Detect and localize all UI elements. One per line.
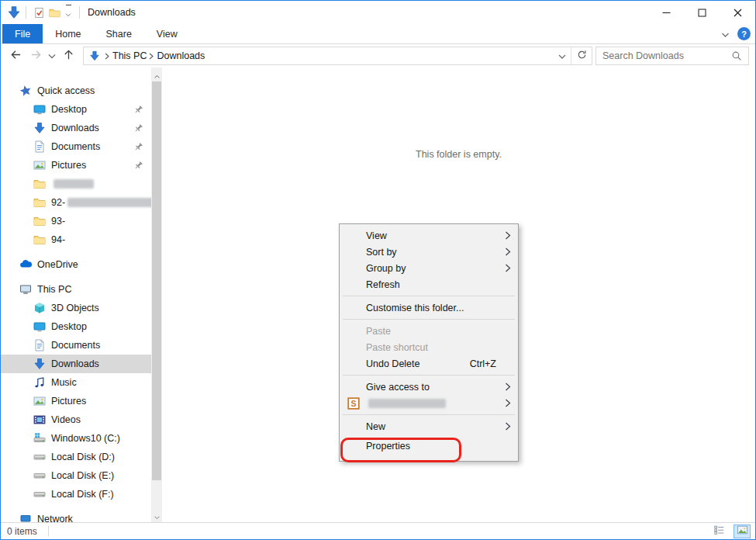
sidebar-item-3d-objects[interactable]: 3D Objects (1, 299, 151, 317)
breadcrumb-segment-downloads[interactable]: Downloads (154, 50, 207, 61)
chevron-down-icon (48, 49, 56, 63)
scrollbar-thumb[interactable] (152, 81, 161, 480)
submenu-arrow-icon (505, 264, 511, 272)
new-folder-quick-access-icon[interactable] (47, 5, 62, 20)
sidebar-item-93[interactable]: 93- (1, 212, 151, 230)
context-menu-item-undo-delete[interactable]: Undo DeleteCtrl+Z (341, 355, 516, 372)
menu-item-label: Refresh (366, 279, 400, 290)
ribbon-tab-bar: FileHomeShareView ? (1, 24, 755, 44)
menu-item-label: Paste shortcut (366, 342, 428, 353)
back-button[interactable] (5, 47, 26, 65)
properties-quick-access-icon[interactable] (31, 5, 47, 20)
sidebar-item-quick-access[interactable]: Quick access (1, 81, 151, 100)
menu-item-label: New (366, 421, 385, 432)
forward-button[interactable] (26, 47, 46, 65)
context-menu-item-view[interactable]: View (341, 227, 516, 244)
sidebar-item-music[interactable]: Music (1, 373, 151, 392)
sidebar-item-downloads[interactable]: Downloads (1, 119, 151, 137)
scroll-up-icon[interactable] (151, 68, 162, 81)
empty-folder-message: This folder is empty. (162, 149, 755, 160)
context-menu-item-new[interactable]: New (341, 418, 516, 434)
sidebar-item-label: 3D Objects (51, 303, 99, 313)
tab-file[interactable]: File (2, 24, 43, 43)
sidebar-item-redacted-folder[interactable] (1, 175, 151, 193)
window-title: Downloads (88, 7, 136, 18)
desktop-icon (33, 103, 46, 116)
pin-icon (133, 105, 143, 115)
forward-arrow-icon (30, 49, 42, 64)
sidebar-item-documents[interactable]: Documents (1, 137, 151, 156)
sidebar-item-network[interactable]: Network (1, 510, 151, 522)
search-input[interactable] (596, 50, 728, 61)
sidebar-item-92[interactable]: 92- (1, 193, 151, 212)
customize-quick-access-toolbar-icon[interactable] (62, 5, 74, 20)
thumbnails-view-button[interactable] (734, 524, 751, 538)
folder-icon (33, 234, 46, 247)
download-icon (33, 122, 46, 135)
menu-separator (343, 319, 515, 320)
sidebar-item-local-disk-f[interactable]: Local Disk (F:) (1, 485, 151, 504)
context-menu-item-paste-shortcut: Paste shortcut (341, 339, 516, 355)
sidebar-item-local-disk-e[interactable]: Local Disk (E:) (1, 466, 151, 485)
refresh-icon (577, 49, 587, 63)
context-menu-item-redacted-app-item[interactable]: S (341, 395, 516, 411)
sidebar-item-onedrive[interactable]: OneDrive (1, 255, 151, 274)
up-button[interactable] (58, 47, 78, 65)
address-bar[interactable]: This PCDownloads (83, 47, 592, 65)
recent-locations-button[interactable] (46, 47, 58, 65)
tab-share[interactable]: Share (94, 24, 144, 43)
redacted-text (54, 179, 94, 189)
sidebar-item-downloads[interactable]: Downloads (1, 355, 151, 373)
submenu-arrow-icon (505, 382, 511, 391)
divider (79, 6, 80, 19)
sidebar-item-94[interactable]: 94- (1, 230, 151, 249)
sidebar-item-documents[interactable]: Documents (1, 336, 151, 355)
help-icon[interactable]: ? (737, 27, 751, 40)
context-menu-item-refresh[interactable]: Refresh (341, 276, 516, 292)
sidebar-item-pictures[interactable]: Pictures (1, 392, 151, 410)
breadcrumb-segment-this-pc[interactable]: This PC (110, 50, 149, 61)
context-menu-item-properties[interactable]: Properties (341, 434, 516, 458)
submenu-arrow-icon (505, 248, 511, 256)
maximize-button[interactable] (684, 1, 720, 24)
back-arrow-icon (10, 49, 22, 64)
tab-home[interactable]: Home (43, 24, 93, 43)
context-menu-item-customise-this-folder[interactable]: Customise this folder... (341, 299, 516, 316)
menu-item-label: View (366, 230, 387, 241)
sidebar-item-desktop[interactable]: Desktop (1, 100, 151, 119)
navigation-pane: Quick accessDesktopDownloadsDocumentsPic… (1, 68, 162, 522)
context-menu: ViewSort byGroup byRefreshCustomise this… (339, 223, 519, 462)
network-icon (19, 513, 32, 523)
sidebar-item-windows10-c[interactable]: Windows10 (C:) (1, 429, 151, 448)
refresh-button[interactable] (571, 47, 592, 64)
chevron-down-icon (558, 49, 566, 63)
sidebar-item-this-pc[interactable]: This PC (1, 280, 151, 299)
scrollbar-track[interactable] (151, 81, 162, 509)
minimize-button[interactable] (648, 1, 684, 24)
tab-view[interactable]: View (144, 24, 190, 43)
folder-icon (33, 196, 46, 209)
menu-item-label: Give access to (366, 382, 430, 393)
sidebar-scrollbar[interactable] (151, 68, 162, 522)
context-menu-item-group-by[interactable]: Group by (341, 260, 516, 276)
sidebar-item-local-disk-d[interactable]: Local Disk (D:) (1, 448, 151, 466)
divider (48, 526, 49, 536)
menu-item-label: Paste (366, 326, 391, 337)
sidebar-item-label: Desktop (51, 104, 87, 115)
context-menu-item-give-access-to[interactable]: Give access to (341, 379, 516, 395)
expand-ribbon-chevron-icon[interactable] (721, 27, 730, 41)
status-bar: 0 items (1, 522, 755, 539)
sidebar-item-label: 93- (51, 216, 65, 227)
sidebar-item-label: Pictures (51, 160, 86, 171)
address-dropdown-button[interactable] (554, 47, 571, 64)
scroll-down-icon[interactable] (151, 509, 162, 522)
details-view-button[interactable] (710, 524, 727, 538)
search-icon[interactable] (728, 50, 748, 61)
sidebar-item-videos[interactable]: Videos (1, 410, 151, 429)
close-button[interactable] (720, 1, 755, 24)
submenu-arrow-icon (505, 422, 511, 431)
context-menu-item-sort-by[interactable]: Sort by (341, 244, 516, 260)
search-box[interactable] (595, 47, 749, 65)
sidebar-item-desktop[interactable]: Desktop (1, 317, 151, 336)
sidebar-item-pictures[interactable]: Pictures (1, 156, 151, 175)
